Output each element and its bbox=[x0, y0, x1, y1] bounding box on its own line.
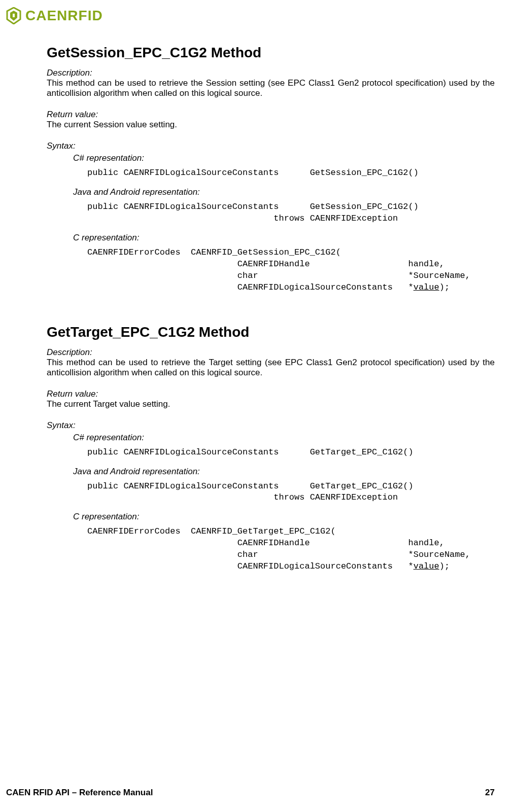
method-title: GetSession_EPC_C1G2 Method bbox=[47, 45, 495, 61]
java-label: Java and Android representation: bbox=[47, 467, 495, 477]
syntax-block: C# representation: public CAENRFIDLogica… bbox=[47, 433, 495, 573]
syntax-block: C# representation: public CAENRFIDLogica… bbox=[47, 153, 495, 294]
return-text: The current Session value setting. bbox=[47, 120, 495, 130]
brand-logo: CAENRFID bbox=[6, 7, 103, 24]
c-code-pre: CAENRFIDErrorCodes CAENRFID_GetSession_E… bbox=[87, 248, 470, 292]
description-text: This method can be used to retrieve the … bbox=[47, 358, 495, 378]
csharp-label: C# representation: bbox=[47, 433, 495, 443]
csharp-code: public CAENRFIDLogicalSourceConstants Ge… bbox=[47, 167, 495, 179]
description-label: Description: bbox=[47, 68, 495, 78]
method-title: GetTarget_EPC_C1G2 Method bbox=[47, 324, 495, 340]
content-area: GetSession_EPC_C1G2 Method Description: … bbox=[47, 45, 495, 581]
description-label: Description: bbox=[47, 347, 495, 358]
footer: CAEN RFID API – Reference Manual 27 bbox=[6, 788, 495, 798]
c-code-pre: CAENRFIDErrorCodes CAENRFID_GetTarget_EP… bbox=[87, 526, 470, 571]
return-block: Return value: The current Session value … bbox=[47, 110, 495, 130]
shield-icon bbox=[6, 7, 21, 24]
footer-title: CAEN RFID API – Reference Manual bbox=[6, 788, 153, 798]
c-code: CAENRFIDErrorCodes CAENRFID_GetTarget_EP… bbox=[47, 526, 495, 573]
java-label: Java and Android representation: bbox=[47, 187, 495, 197]
c-code-underlined: value bbox=[414, 561, 439, 571]
svg-rect-2 bbox=[13, 14, 15, 17]
description-text: This method can be used to retrieve the … bbox=[47, 78, 495, 98]
c-label: C representation: bbox=[47, 512, 495, 522]
return-block: Return value: The current Target value s… bbox=[47, 389, 495, 409]
java-code: public CAENRFIDLogicalSourceConstants Ge… bbox=[47, 481, 495, 504]
c-label: C representation: bbox=[47, 233, 495, 243]
page: CAENRFID GetSession_EPC_C1G2 Method Desc… bbox=[0, 0, 515, 812]
syntax-label: Syntax: bbox=[47, 420, 495, 431]
description-block: Description: This method can be used to … bbox=[47, 347, 495, 378]
csharp-code: public CAENRFIDLogicalSourceConstants Ge… bbox=[47, 447, 495, 458]
description-block: Description: This method can be used to … bbox=[47, 68, 495, 98]
c-code: CAENRFIDErrorCodes CAENRFID_GetSession_E… bbox=[47, 247, 495, 294]
c-code-underlined: value bbox=[414, 283, 439, 292]
return-label: Return value: bbox=[47, 389, 495, 399]
c-code-post: ); bbox=[439, 283, 450, 292]
c-code-post: ); bbox=[439, 561, 450, 571]
page-number: 27 bbox=[485, 788, 495, 798]
return-label: Return value: bbox=[47, 110, 495, 120]
syntax-label: Syntax: bbox=[47, 141, 495, 151]
return-text: The current Target value setting. bbox=[47, 399, 495, 409]
java-code: public CAENRFIDLogicalSourceConstants Ge… bbox=[47, 201, 495, 225]
brand-name: CAENRFID bbox=[25, 8, 103, 24]
csharp-label: C# representation: bbox=[47, 153, 495, 163]
section-gap bbox=[47, 302, 495, 324]
